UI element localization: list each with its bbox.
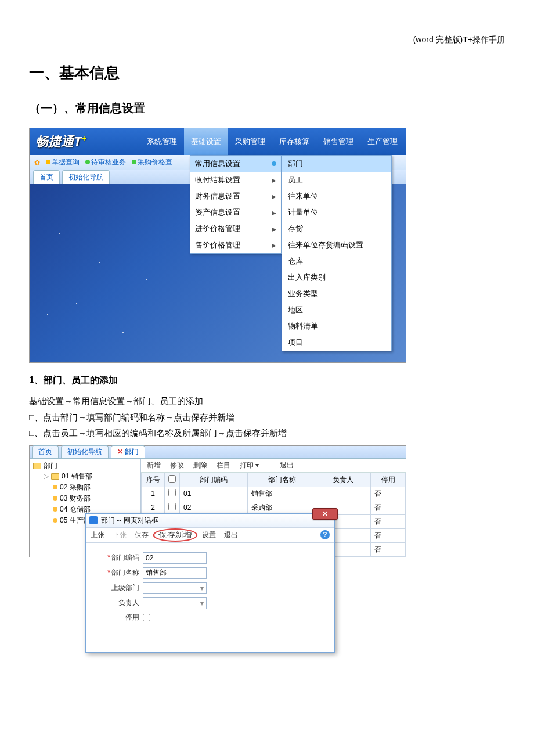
input-dept-code[interactable]	[143, 552, 207, 564]
link-purchase-price[interactable]: 采购价格查	[138, 158, 172, 166]
btn-exit[interactable]: 退出	[280, 460, 294, 470]
leaf-icon	[53, 518, 57, 523]
gear-icon[interactable]: ✿	[34, 159, 40, 167]
chevron-right-icon: ▶	[272, 210, 276, 216]
menu-purchase[interactable]: 采购管理	[228, 128, 272, 155]
dropdown-common-info: 部门 员工 往来单位 计量单位 存货 往来单位存货编码设置 仓库 出入库类别 业…	[282, 155, 392, 351]
submenu-inventory[interactable]: 存货	[282, 221, 391, 237]
close-icon[interactable]: ✕	[117, 448, 123, 456]
submenu-business-type[interactable]: 业务类型	[282, 286, 391, 302]
tab-home[interactable]: 首页	[32, 445, 59, 458]
active-dot-icon	[272, 161, 276, 166]
submenu-project[interactable]: 项目	[282, 334, 391, 351]
menu-purchase-price-mgmt[interactable]: 进价价格管理▶	[190, 221, 281, 237]
col-name: 部门名称	[248, 473, 316, 487]
btn-columns[interactable]: 栏目	[217, 460, 230, 470]
close-button[interactable]: ✕	[312, 508, 338, 520]
menu-common-info[interactable]: 常用信息设置	[190, 156, 281, 172]
menu-inventory[interactable]: 库存核算	[272, 128, 316, 155]
btn-save[interactable]: 保存	[135, 530, 149, 540]
chevron-right-icon: ▶	[272, 193, 276, 200]
tab-init-nav[interactable]: 初始化导航	[61, 445, 109, 458]
btn-delete[interactable]: 删除	[193, 460, 207, 470]
ie-icon	[89, 516, 98, 524]
app-logo: 畅捷通T+	[30, 133, 140, 150]
chevron-right-icon: ▶	[272, 242, 276, 249]
tab-department[interactable]: ✕部门	[111, 445, 145, 458]
checkbox-all[interactable]	[168, 475, 176, 483]
heading-1: 一、基本信息	[29, 63, 505, 83]
paragraph: □、点击员工→填写相应的编码和名称及所属部门→点击保存并新增	[29, 426, 505, 441]
chevron-down-icon: ▾	[200, 599, 204, 607]
menu-asset-info[interactable]: 资产信息设置▶	[190, 204, 281, 221]
link-pending-audit[interactable]: 待审核业务	[91, 158, 126, 166]
chevron-right-icon: ▶	[272, 177, 276, 183]
leaf-icon	[53, 485, 57, 489]
label-dept-code: 部门编码	[111, 553, 139, 561]
btn-edit[interactable]: 修改	[170, 460, 184, 470]
submenu-department[interactable]: 部门	[282, 156, 391, 172]
checkbox-stop[interactable]	[143, 614, 150, 621]
table-row[interactable]: 2 02 采购部 否	[142, 501, 406, 514]
paragraph: 基础设置→常用信息设置→部门、员工的添加	[29, 394, 505, 409]
tree-node[interactable]: 02 采购部	[33, 482, 137, 493]
tree-node[interactable]: ▷ 01 销售部	[33, 471, 137, 482]
label-parent-dept: 上级部门	[111, 584, 139, 592]
btn-next[interactable]: 下张	[113, 530, 127, 540]
folder-icon	[51, 473, 59, 480]
col-stop: 停用	[371, 473, 406, 487]
submenu-partner[interactable]: 往来单位	[282, 188, 391, 204]
select-owner[interactable]: ▾	[143, 597, 207, 609]
label-stop: 停用	[125, 613, 139, 621]
btn-exit[interactable]: 退出	[224, 530, 238, 540]
folder-icon	[33, 463, 41, 469]
btn-settings[interactable]: 设置	[202, 530, 216, 540]
menu-finance-info[interactable]: 财务信息设置▶	[190, 188, 281, 204]
btn-save-new[interactable]: 保存新增	[153, 528, 198, 542]
table-row[interactable]: 1 01 销售部 否	[142, 487, 406, 501]
menu-production[interactable]: 生产管理	[360, 128, 405, 155]
submenu-employee[interactable]: 员工	[282, 172, 391, 188]
heading-3: 1、部门、员工的添加	[29, 375, 505, 387]
row-checkbox[interactable]	[168, 503, 176, 510]
link-bill-query[interactable]: 单据查询	[52, 158, 80, 166]
doc-header: (word 完整版)T+操作手册	[29, 35, 505, 45]
menu-payment-settings[interactable]: 收付结算设置▶	[190, 172, 281, 188]
select-parent-dept[interactable]: ▾	[143, 582, 207, 594]
submenu-partner-inventory-code[interactable]: 往来单位存货编码设置	[282, 237, 391, 253]
page-tabs: 首页 初始化导航 ✕部门	[30, 446, 406, 459]
submenu-bom[interactable]: 物料清单	[282, 318, 391, 334]
help-icon[interactable]: ?	[320, 530, 330, 539]
dialog-form: *部门编码 *部门名称 上级部门 ▾ 负责人 ▾ 停用	[86, 543, 334, 632]
menu-basic-settings[interactable]: 基础设置	[184, 128, 228, 155]
dialog-toolbar: 上张 下张 保存 保存新增 设置 退出 ?	[86, 528, 334, 543]
paragraph: □、点击部门→填写部门编码和名称→点击保存并新增	[29, 410, 505, 425]
menu-sale-price-mgmt[interactable]: 售价价格管理▶	[190, 237, 281, 253]
top-menu: 系统管理 基础设置 采购管理 库存核算 销售管理 生产管理	[140, 128, 405, 155]
submenu-unit[interactable]: 计量单位	[282, 204, 391, 221]
tree-node[interactable]: 03 财务部	[33, 493, 137, 504]
dropdown-basic-settings: 常用信息设置 收付结算设置▶ 财务信息设置▶ 资产信息设置▶ 进价价格管理▶ 售…	[190, 155, 282, 254]
dialog-title: 部门 -- 网页对话框	[101, 516, 158, 525]
screenshot-menu: 畅捷通T+ 系统管理 基础设置 采购管理 库存核算 销售管理 生产管理 ✿ 单据…	[29, 128, 406, 363]
col-owner: 负责人	[316, 473, 370, 487]
label-owner: 负责人	[118, 599, 139, 607]
menu-system[interactable]: 系统管理	[140, 128, 184, 155]
input-dept-name[interactable]	[143, 567, 207, 579]
submenu-inout-category[interactable]: 出入库类别	[282, 269, 391, 286]
submenu-warehouse[interactable]: 仓库	[282, 253, 391, 269]
tree-root[interactable]: 部门	[33, 461, 137, 471]
row-checkbox[interactable]	[168, 489, 176, 496]
tab-home[interactable]: 首页	[33, 170, 60, 184]
btn-print[interactable]: 打印 ▾	[240, 460, 259, 470]
grid-toolbar: 新增 修改 删除 栏目 打印 ▾ 退出	[141, 459, 406, 473]
tab-init-nav[interactable]: 初始化导航	[62, 170, 110, 184]
label-dept-name: 部门名称	[111, 568, 139, 577]
chevron-down-icon: ▾	[200, 584, 204, 592]
screenshot-department: 首页 初始化导航 ✕部门 部门 ▷ 01 销售部 02 采购部 03 财务部 0…	[29, 445, 406, 557]
menu-sales[interactable]: 销售管理	[316, 128, 360, 155]
btn-new[interactable]: 新增	[147, 460, 161, 470]
btn-prev[interactable]: 上张	[91, 530, 104, 540]
leaf-icon	[53, 496, 57, 501]
submenu-region[interactable]: 地区	[282, 302, 391, 318]
